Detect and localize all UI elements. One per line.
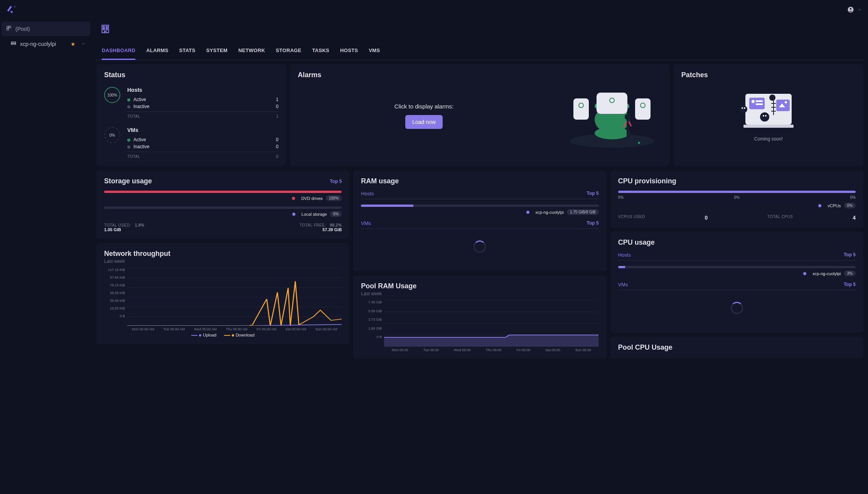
svg-rect-19: [635, 98, 651, 120]
alarms-illustration: [562, 83, 662, 149]
status-vms-title: VMs: [127, 127, 278, 133]
status-hosts-title: Hosts: [127, 87, 278, 93]
patches-illustration: [736, 86, 801, 132]
network-subtitle: Last week: [104, 259, 342, 264]
svg-point-41: [765, 115, 767, 117]
svg-rect-9: [103, 27, 104, 28]
svg-point-35: [785, 101, 787, 103]
vms-ring: 0%: [104, 127, 120, 143]
pool-cpu-card: Pool CPU Usage: [610, 337, 863, 359]
tab-network[interactable]: NETWORK: [238, 42, 265, 60]
tab-bar: DASHBOARD ALARMS STATS SYSTEM NETWORK ST…: [96, 42, 863, 60]
ram-usage-card: RAM usage HostsTop 5 xcp-ng-cuolylpi1.75…: [353, 170, 606, 271]
svg-rect-12: [106, 29, 107, 30]
svg-rect-31: [756, 100, 763, 102]
svg-point-37: [742, 107, 743, 109]
tab-hosts[interactable]: HOSTS: [340, 42, 358, 60]
ram-vms-spinner: [474, 240, 486, 253]
tab-stats[interactable]: STATS: [179, 42, 196, 60]
storage-usage-card: Storage usage Top 5 DVD drives100% Local…: [96, 170, 349, 239]
tab-dashboard[interactable]: DASHBOARD: [102, 42, 135, 60]
pool-ram-subtitle: Last week: [361, 291, 598, 296]
svg-rect-24: [627, 120, 629, 137]
svg-point-38: [744, 107, 745, 109]
hosts-ring: 100%: [104, 87, 120, 103]
pool-icon: [6, 25, 12, 32]
alarms-title: Alarms: [298, 71, 662, 79]
tab-vms[interactable]: VMS: [369, 42, 380, 60]
status-card: Status 100% Hosts Active1 Inactive0 TOTA…: [96, 64, 286, 166]
star-icon[interactable]: ★: [71, 41, 76, 47]
svg-rect-13: [104, 31, 106, 32]
pool-ram-card: Pool RAM Usage Last week 7.45 GiB 5.59 G…: [353, 275, 606, 359]
svg-point-30: [752, 100, 755, 103]
cpu-prov-title: CPU provisioning: [618, 177, 856, 185]
alarms-prompt: Click to display alarms:: [298, 103, 550, 110]
patches-coming-soon: Coming soon!: [681, 136, 856, 142]
tab-system[interactable]: SYSTEM: [206, 42, 228, 60]
svg-point-2: [850, 8, 852, 10]
pool-ram-chart: 7.45 GiB 5.59 GiB 3.73 GiB 1.86 GiB 0 B: [361, 300, 598, 347]
building-icon: [100, 24, 863, 35]
host-icon: [11, 41, 16, 47]
load-now-button[interactable]: Load now: [405, 115, 443, 129]
svg-rect-10: [106, 27, 107, 28]
network-title: Network throughput: [104, 250, 342, 258]
pool-cpu-title: Pool CPU Usage: [618, 343, 856, 352]
patches-card: Patches: [674, 64, 863, 166]
tab-alarms[interactable]: ALARMS: [146, 42, 168, 60]
sidebar-item-pool[interactable]: (Pool): [2, 22, 90, 36]
alarms-card: Alarms Click to display alarms: Load now: [290, 64, 670, 166]
svg-rect-3: [7, 26, 9, 28]
patches-title: Patches: [681, 71, 856, 79]
cpu-usage-card: CPU usage HostsTop 5 xcp-ng-cuolylpi3% V…: [610, 232, 863, 333]
user-menu-chevron-icon[interactable]: [857, 7, 862, 13]
cpu-usage-title: CPU usage: [618, 239, 856, 247]
sidebar-item-host[interactable]: xcp-ng-cuolylpi ★: [2, 37, 90, 50]
network-legend: Upload Download: [104, 333, 342, 337]
status-title: Status: [104, 71, 278, 79]
ram-title: RAM usage: [361, 177, 598, 185]
cpu-vms-spinner: [731, 302, 743, 314]
cpu-provisioning-card: CPU provisioning 0% 0% 0% vCPUs0% VCPUS …: [610, 170, 863, 228]
svg-point-42: [769, 95, 775, 101]
storage-title: Storage usage: [104, 177, 152, 185]
svg-point-36: [740, 105, 747, 113]
svg-rect-4: [9, 26, 11, 28]
pool-label: (Pool): [15, 26, 30, 32]
svg-rect-32: [756, 103, 763, 105]
host-name: xcp-ng-cuolylpi: [20, 41, 56, 47]
pool-ram-title: Pool RAM Usage: [361, 282, 598, 290]
svg-point-26: [638, 142, 640, 144]
storage-top5[interactable]: Top 5: [330, 179, 342, 184]
tab-storage[interactable]: STORAGE: [276, 42, 301, 60]
svg-point-0: [14, 6, 15, 7]
svg-rect-6: [11, 42, 16, 43]
svg-rect-18: [573, 98, 589, 120]
svg-rect-28: [743, 125, 794, 128]
svg-point-25: [625, 114, 631, 120]
svg-point-39: [760, 112, 769, 122]
network-chart: 117.19 KiB 97.66 KiB 78.13 KiB 58.59 KiB…: [104, 268, 342, 326]
network-throughput-card: Network throughput Last week 117.19 KiB …: [96, 243, 349, 344]
svg-rect-7: [11, 44, 16, 45]
tab-tasks[interactable]: TASKS: [312, 42, 329, 60]
chevron-down-icon[interactable]: [81, 41, 86, 47]
logo-telescope-icon[interactable]: [6, 4, 18, 17]
svg-point-40: [763, 115, 764, 117]
svg-rect-20: [597, 93, 627, 114]
user-avatar-icon[interactable]: [847, 6, 854, 14]
svg-rect-11: [103, 29, 104, 30]
svg-rect-5: [7, 29, 9, 30]
